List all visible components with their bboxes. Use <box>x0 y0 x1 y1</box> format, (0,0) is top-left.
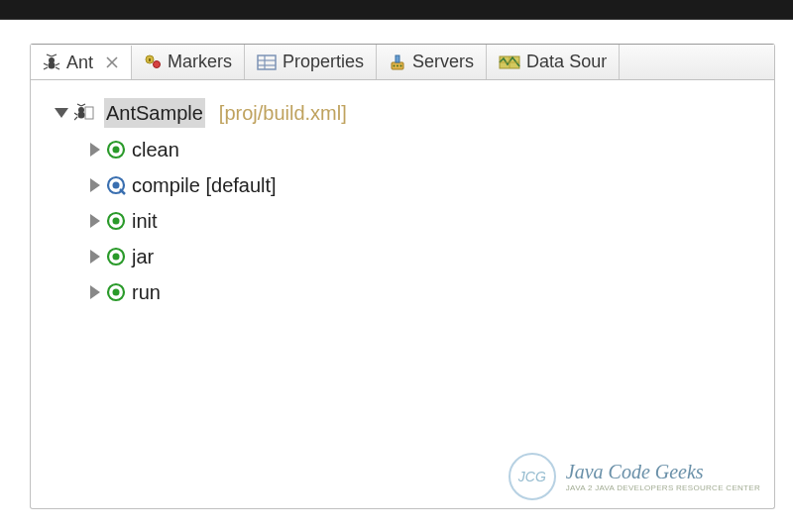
ant-tree: AntSample [proj/build.xml] clean <box>31 80 774 324</box>
ant-target-icon <box>106 211 126 231</box>
tree-target-row[interactable]: run <box>41 274 764 310</box>
svg-rect-25 <box>85 107 93 119</box>
svg-line-6 <box>44 67 48 69</box>
watermark-logo-icon: JCG <box>509 453 556 500</box>
close-icon[interactable] <box>105 55 119 69</box>
expand-arrow-icon[interactable] <box>90 214 100 228</box>
watermark-text: Java Code Geeks Java 2 Java Developers R… <box>566 461 760 492</box>
watermark-title: Java Code Geeks <box>566 461 760 483</box>
svg-line-31 <box>74 117 77 120</box>
svg-point-21 <box>400 64 402 66</box>
tree-target-row[interactable]: init <box>41 203 764 239</box>
tree-root-path: [proj/build.xml] <box>219 99 347 127</box>
tree-target-row[interactable]: jar <box>41 239 764 274</box>
tree-target-label: init <box>132 207 158 235</box>
svg-line-3 <box>52 54 57 56</box>
svg-line-5 <box>56 63 59 65</box>
servers-icon <box>389 53 406 71</box>
ant-target-icon <box>106 282 126 302</box>
watermark: JCG Java Code Geeks Java 2 Java Develope… <box>509 453 760 500</box>
svg-line-2 <box>47 54 52 56</box>
tab-data-source[interactable]: Data Sour <box>487 45 620 79</box>
watermark-subtitle: Java 2 Java Developers Resource Center <box>566 483 760 492</box>
data-source-icon <box>499 53 520 71</box>
expand-arrow-icon[interactable] <box>55 108 68 118</box>
svg-point-37 <box>113 218 120 225</box>
tree-target-row[interactable]: compile [default] <box>41 167 764 203</box>
tab-properties[interactable]: Properties <box>245 45 377 79</box>
tab-markers[interactable]: Markers <box>132 45 245 79</box>
svg-rect-18 <box>396 55 399 62</box>
tree-root-row[interactable]: AntSample [proj/build.xml] <box>41 94 764 132</box>
svg-point-11 <box>154 60 161 67</box>
svg-point-33 <box>113 147 120 154</box>
svg-point-41 <box>113 289 120 296</box>
svg-point-27 <box>78 112 85 119</box>
tab-label: Ant <box>66 53 93 73</box>
views-panel: Ant Markers <box>30 44 775 509</box>
tab-label: Properties <box>283 52 364 72</box>
properties-icon <box>257 53 277 71</box>
expand-arrow-icon[interactable] <box>90 178 100 192</box>
svg-rect-13 <box>258 55 276 69</box>
expand-arrow-icon[interactable] <box>90 143 100 157</box>
tab-label: Servers <box>412 52 474 72</box>
tree-target-label: clean <box>132 136 179 163</box>
tab-servers[interactable]: Servers <box>377 45 487 79</box>
expand-arrow-icon[interactable] <box>90 250 100 264</box>
tree-root-label[interactable]: AntSample <box>104 98 205 128</box>
tab-ant[interactable]: Ant <box>31 46 132 80</box>
svg-point-19 <box>394 64 396 66</box>
top-dark-bar <box>0 0 793 20</box>
svg-point-1 <box>49 62 56 69</box>
ant-default-target-icon <box>106 175 126 195</box>
tree-target-label: run <box>132 278 161 306</box>
expand-arrow-icon[interactable] <box>90 285 100 299</box>
ant-target-icon <box>106 247 126 266</box>
tree-target-row[interactable]: clean <box>41 132 764 167</box>
svg-line-28 <box>77 104 81 106</box>
svg-point-39 <box>113 254 120 261</box>
svg-point-35 <box>113 182 120 189</box>
ant-target-icon <box>106 140 126 160</box>
tab-strip: Ant Markers <box>31 45 774 80</box>
tab-label: Markers <box>168 52 232 72</box>
ant-buildfile-icon <box>74 103 94 123</box>
svg-line-4 <box>44 63 48 65</box>
markers-icon <box>144 53 162 71</box>
tab-label: Data Sour <box>526 52 607 72</box>
svg-line-7 <box>56 67 59 69</box>
ant-icon <box>43 53 60 71</box>
tree-target-label: compile [default] <box>132 171 277 199</box>
tree-target-label: jar <box>132 243 154 270</box>
svg-line-29 <box>81 104 85 106</box>
svg-point-20 <box>396 64 398 66</box>
svg-line-30 <box>74 113 77 115</box>
watermark-logo-text: JCG <box>518 469 546 484</box>
